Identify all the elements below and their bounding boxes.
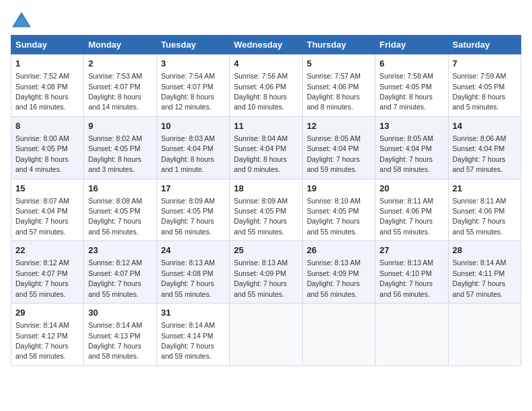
day-number: 21	[453, 183, 517, 195]
calendar-cell: 18Sunrise: 8:09 AMSunset: 4:05 PMDayligh…	[230, 179, 302, 241]
day-number: 22	[15, 244, 79, 257]
day-number: 29	[15, 307, 79, 319]
day-number: 31	[161, 307, 225, 319]
calendar-cell: 22Sunrise: 8:12 AMSunset: 4:07 PMDayligh…	[11, 241, 84, 304]
cell-info: Sunrise: 8:11 AMSunset: 4:06 PMDaylight:…	[453, 197, 506, 236]
day-number: 19	[307, 183, 371, 195]
calendar-cell: 4Sunrise: 7:56 AMSunset: 4:06 PMDaylight…	[230, 54, 302, 117]
calendar-cell: 29Sunrise: 8:14 AMSunset: 4:12 PMDayligh…	[11, 304, 84, 366]
cell-info: Sunrise: 8:12 AMSunset: 4:07 PMDaylight:…	[15, 259, 69, 298]
cell-info: Sunrise: 8:14 AMSunset: 4:11 PMDaylight:…	[453, 259, 506, 298]
calendar-cell	[375, 304, 448, 366]
cell-info: Sunrise: 8:02 AMSunset: 4:05 PMDaylight:…	[88, 134, 142, 173]
calendar-table: SundayMondayTuesdayWednesdayThursdayFrid…	[11, 35, 521, 366]
cell-info: Sunrise: 7:52 AMSunset: 4:08 PMDaylight:…	[15, 72, 69, 111]
calendar-cell: 27Sunrise: 8:13 AMSunset: 4:10 PMDayligh…	[375, 241, 448, 304]
day-number: 5	[307, 58, 371, 70]
calendar-cell: 7Sunrise: 7:59 AMSunset: 4:05 PMDaylight…	[448, 54, 521, 117]
calendar-cell: 20Sunrise: 8:11 AMSunset: 4:06 PMDayligh…	[375, 179, 448, 241]
page-header	[11, 11, 521, 30]
calendar-cell: 24Sunrise: 8:13 AMSunset: 4:08 PMDayligh…	[157, 241, 229, 304]
header-row: SundayMondayTuesdayWednesdayThursdayFrid…	[11, 36, 521, 54]
calendar-cell: 3Sunrise: 7:54 AMSunset: 4:07 PMDaylight…	[157, 54, 229, 117]
week-row-3: 15Sunrise: 8:07 AMSunset: 4:04 PMDayligh…	[11, 179, 521, 241]
day-number: 14	[453, 120, 517, 132]
calendar-cell: 2Sunrise: 7:53 AMSunset: 4:07 PMDaylight…	[84, 54, 157, 117]
col-header-saturday: Saturday	[448, 36, 521, 54]
calendar-cell: 26Sunrise: 8:13 AMSunset: 4:09 PMDayligh…	[302, 241, 375, 304]
day-number: 28	[453, 244, 517, 257]
week-row-1: 1Sunrise: 7:52 AMSunset: 4:08 PMDaylight…	[11, 54, 521, 117]
calendar-cell: 5Sunrise: 7:57 AMSunset: 4:06 PMDaylight…	[302, 54, 375, 117]
cell-info: Sunrise: 8:10 AMSunset: 4:05 PMDaylight:…	[307, 197, 361, 236]
cell-info: Sunrise: 7:54 AMSunset: 4:07 PMDaylight:…	[161, 72, 215, 111]
day-number: 24	[161, 244, 225, 257]
calendar-cell	[230, 304, 302, 366]
calendar-cell: 6Sunrise: 7:58 AMSunset: 4:05 PMDaylight…	[375, 54, 448, 117]
day-number: 8	[15, 120, 79, 132]
day-number: 30	[88, 307, 152, 319]
week-row-5: 29Sunrise: 8:14 AMSunset: 4:12 PMDayligh…	[11, 304, 521, 366]
calendar-cell: 21Sunrise: 8:11 AMSunset: 4:06 PMDayligh…	[448, 179, 521, 241]
day-number: 20	[380, 183, 443, 195]
logo-icon	[11, 11, 32, 30]
calendar-cell	[302, 304, 375, 366]
day-number: 25	[234, 244, 298, 257]
day-number: 26	[307, 244, 371, 257]
day-number: 13	[380, 120, 443, 132]
calendar-cell: 10Sunrise: 8:03 AMSunset: 4:04 PMDayligh…	[157, 116, 229, 179]
col-header-thursday: Thursday	[302, 36, 375, 54]
cell-info: Sunrise: 8:05 AMSunset: 4:04 PMDaylight:…	[380, 134, 433, 173]
day-number: 18	[234, 183, 298, 195]
cell-info: Sunrise: 8:13 AMSunset: 4:09 PMDaylight:…	[234, 259, 287, 298]
day-number: 4	[234, 58, 298, 70]
calendar-cell: 1Sunrise: 7:52 AMSunset: 4:08 PMDaylight…	[11, 54, 84, 117]
week-row-2: 8Sunrise: 8:00 AMSunset: 4:05 PMDaylight…	[11, 116, 521, 179]
day-number: 7	[453, 58, 517, 70]
calendar-cell: 11Sunrise: 8:04 AMSunset: 4:04 PMDayligh…	[230, 116, 302, 179]
calendar-cell: 16Sunrise: 8:08 AMSunset: 4:05 PMDayligh…	[84, 179, 157, 241]
calendar-cell: 23Sunrise: 8:12 AMSunset: 4:07 PMDayligh…	[84, 241, 157, 304]
col-header-monday: Monday	[84, 36, 157, 54]
cell-info: Sunrise: 8:03 AMSunset: 4:04 PMDaylight:…	[161, 134, 215, 173]
cell-info: Sunrise: 8:11 AMSunset: 4:06 PMDaylight:…	[380, 197, 433, 236]
cell-info: Sunrise: 8:14 AMSunset: 4:14 PMDaylight:…	[161, 321, 215, 360]
day-number: 2	[88, 58, 152, 70]
calendar-cell: 9Sunrise: 8:02 AMSunset: 4:05 PMDaylight…	[84, 116, 157, 179]
cell-info: Sunrise: 8:09 AMSunset: 4:05 PMDaylight:…	[234, 197, 287, 236]
cell-info: Sunrise: 8:05 AMSunset: 4:04 PMDaylight:…	[307, 134, 361, 173]
cell-info: Sunrise: 8:07 AMSunset: 4:04 PMDaylight:…	[15, 197, 69, 236]
day-number: 11	[234, 120, 298, 132]
cell-info: Sunrise: 8:13 AMSunset: 4:09 PMDaylight:…	[307, 259, 361, 298]
day-number: 10	[161, 120, 225, 132]
calendar-cell: 30Sunrise: 8:14 AMSunset: 4:13 PMDayligh…	[84, 304, 157, 366]
calendar-cell: 12Sunrise: 8:05 AMSunset: 4:04 PMDayligh…	[302, 116, 375, 179]
day-number: 17	[161, 183, 225, 195]
col-header-friday: Friday	[375, 36, 448, 54]
day-number: 6	[380, 58, 443, 70]
cell-info: Sunrise: 7:56 AMSunset: 4:06 PMDaylight:…	[234, 72, 287, 111]
cell-info: Sunrise: 7:59 AMSunset: 4:05 PMDaylight:…	[453, 72, 506, 111]
cell-info: Sunrise: 8:14 AMSunset: 4:12 PMDaylight:…	[15, 321, 69, 360]
calendar-cell: 13Sunrise: 8:05 AMSunset: 4:04 PMDayligh…	[375, 116, 448, 179]
cell-info: Sunrise: 7:57 AMSunset: 4:06 PMDaylight:…	[307, 72, 361, 111]
day-number: 27	[380, 244, 443, 257]
col-header-sunday: Sunday	[11, 36, 84, 54]
day-number: 23	[88, 244, 152, 257]
cell-info: Sunrise: 8:06 AMSunset: 4:04 PMDaylight:…	[453, 134, 506, 173]
cell-info: Sunrise: 8:13 AMSunset: 4:10 PMDaylight:…	[380, 259, 433, 298]
day-number: 9	[88, 120, 152, 132]
week-row-4: 22Sunrise: 8:12 AMSunset: 4:07 PMDayligh…	[11, 241, 521, 304]
cell-info: Sunrise: 7:53 AMSunset: 4:07 PMDaylight:…	[88, 72, 142, 111]
day-number: 12	[307, 120, 371, 132]
cell-info: Sunrise: 8:09 AMSunset: 4:05 PMDaylight:…	[161, 197, 215, 236]
cell-info: Sunrise: 8:00 AMSunset: 4:05 PMDaylight:…	[15, 134, 69, 173]
day-number: 3	[161, 58, 225, 70]
day-number: 16	[88, 183, 152, 195]
calendar-cell: 28Sunrise: 8:14 AMSunset: 4:11 PMDayligh…	[448, 241, 521, 304]
cell-info: Sunrise: 8:14 AMSunset: 4:13 PMDaylight:…	[88, 321, 142, 360]
cell-info: Sunrise: 8:04 AMSunset: 4:04 PMDaylight:…	[234, 134, 287, 173]
calendar-cell: 15Sunrise: 8:07 AMSunset: 4:04 PMDayligh…	[11, 179, 84, 241]
cell-info: Sunrise: 8:12 AMSunset: 4:07 PMDaylight:…	[88, 259, 142, 298]
col-header-wednesday: Wednesday	[230, 36, 302, 54]
